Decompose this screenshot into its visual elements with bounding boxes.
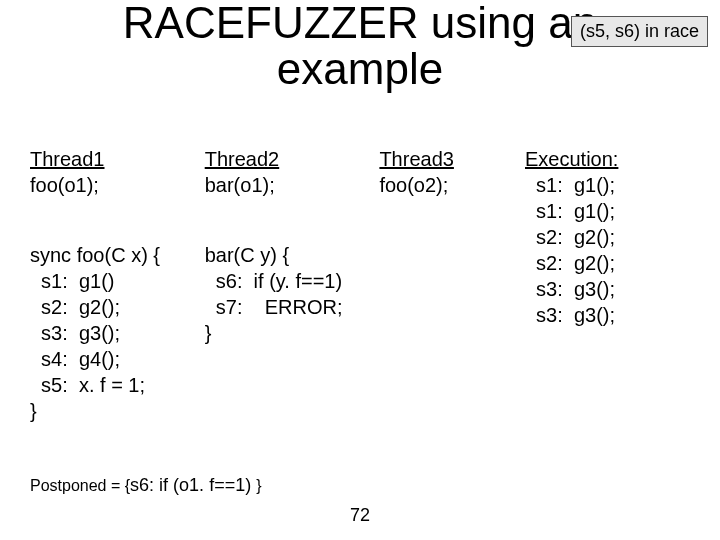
postponed-set: Postponed = {s6: if (o1. f==1) }: [30, 475, 262, 496]
execution-l4: s2: g2();: [525, 252, 615, 274]
spacer: [205, 198, 380, 216]
page-number: 72: [0, 505, 720, 526]
execution-l5: s3: g3();: [525, 278, 615, 300]
thread2-header: Thread2: [205, 148, 280, 170]
thread2-s7: s7: ERROR;: [205, 296, 343, 318]
thread3-header: Thread3: [379, 148, 454, 170]
thread3-column: Thread3 foo(o2);: [379, 120, 525, 424]
thread3-call: foo(o2);: [379, 174, 448, 196]
thread2-call: bar(o1);: [205, 174, 275, 196]
columns: Thread1 foo(o1); sync foo(C x) { s1: g1(…: [30, 120, 690, 424]
execution-column: Execution: s1: g1(); s1: g1(); s2: g2();…: [525, 120, 690, 424]
postponed-body: s6: if (o1. f==1): [130, 475, 256, 495]
thread1-header: Thread1: [30, 148, 105, 170]
execution-header: Execution:: [525, 148, 618, 170]
thread1-s2: s2: g2();: [30, 296, 120, 318]
execution-l2: s1: g1();: [525, 200, 615, 222]
execution-l1: s1: g1();: [525, 174, 615, 196]
postponed-close: }: [256, 477, 261, 494]
title-line2: example: [277, 44, 443, 93]
postponed-label: Postponed = {: [30, 477, 130, 494]
thread2-s6: s6: if (y. f==1): [205, 270, 342, 292]
thread1-call: foo(o1);: [30, 174, 99, 196]
thread1-column: Thread1 foo(o1); sync foo(C x) { s1: g1(…: [30, 120, 205, 424]
slide: RACEFUZZER using an example (s5, s6) in …: [0, 0, 720, 540]
thread2-sig: bar(C y) {: [205, 244, 289, 266]
thread1-s3: s3: g3();: [30, 322, 120, 344]
thread2-close: }: [205, 322, 212, 344]
execution-l3: s2: g2();: [525, 226, 615, 248]
thread2-column: Thread2 bar(o1); bar(C y) { s6: if (y. f…: [205, 120, 380, 424]
execution-l6: s3: g3();: [525, 304, 615, 326]
thread1-close: }: [30, 400, 37, 422]
thread1-s5: s5: x. f = 1;: [30, 374, 145, 396]
spacer: [30, 198, 205, 216]
title-line1: RACEFUZZER using an: [123, 0, 597, 47]
race-badge: (s5, s6) in race: [571, 16, 708, 47]
thread1-s4: s4: g4();: [30, 348, 120, 370]
thread1-s1: s1: g1(): [30, 270, 114, 292]
thread1-sig: sync foo(C x) {: [30, 244, 160, 266]
